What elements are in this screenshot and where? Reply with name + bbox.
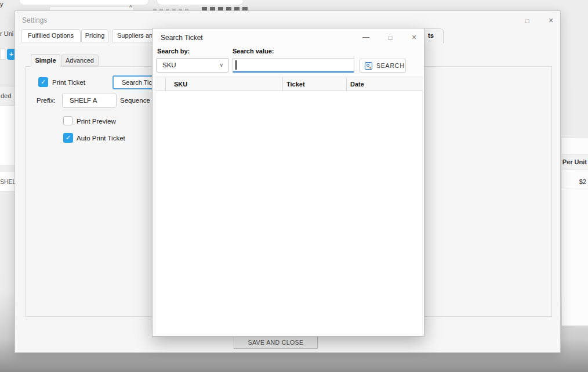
button-label: SAVE AND CLOSE bbox=[248, 339, 304, 346]
plus-icon: + bbox=[9, 50, 14, 59]
auto-print-ticket-checkbox[interactable]: ✓ bbox=[63, 133, 73, 143]
button-label: SEARCH bbox=[376, 62, 405, 69]
print-preview-checkbox[interactable] bbox=[63, 116, 72, 125]
tab-label: Simple bbox=[35, 57, 56, 64]
maximize-button[interactable]: □ bbox=[384, 32, 396, 43]
background-text-fragment: y bbox=[0, 1, 3, 8]
background-input-fragment bbox=[157, 0, 244, 5]
search-ticket-dialog: Search Ticket — □ × Search by: Search va… bbox=[152, 28, 424, 337]
table-header-row: SKU Ticket Date bbox=[155, 77, 423, 91]
column-header-ticket[interactable]: Ticket bbox=[283, 77, 347, 91]
settings-window-title: Settings bbox=[22, 16, 47, 24]
sequence-label: Sequence L bbox=[120, 97, 155, 104]
tab-label: Pricing bbox=[85, 32, 105, 39]
background-table-rows: SHELI bbox=[0, 106, 14, 192]
dialog-title: Search Ticket bbox=[161, 34, 203, 42]
per-unit-header-label: Per Unit bbox=[562, 158, 587, 165]
background-text-fragment: r Uni bbox=[0, 30, 13, 37]
selected-option-label: SKU bbox=[162, 62, 176, 68]
background-table-right: Per Unit $2 bbox=[562, 138, 588, 326]
print-preview-label: Print Preview bbox=[77, 118, 116, 125]
print-ticket-label: Print Ticket bbox=[52, 79, 85, 86]
column-header-selector[interactable] bbox=[155, 77, 166, 91]
close-button[interactable]: × bbox=[545, 16, 557, 26]
check-icon: ✓ bbox=[41, 78, 46, 85]
save-and-close-button[interactable]: SAVE AND CLOSE bbox=[234, 336, 318, 349]
table-body-empty bbox=[155, 91, 423, 333]
tab-label: Advanced bbox=[66, 57, 94, 64]
chevron-down-icon: ∨ bbox=[219, 59, 223, 72]
search-icon bbox=[365, 62, 372, 70]
prefix-input[interactable] bbox=[62, 93, 117, 108]
close-button[interactable]: × bbox=[408, 32, 420, 43]
tab-simple[interactable]: Simple bbox=[31, 54, 60, 67]
tab-suppliers[interactable]: Suppliers an bbox=[112, 29, 157, 42]
results-table: SKU Ticket Date bbox=[155, 77, 423, 334]
check-icon: ✓ bbox=[66, 134, 71, 141]
print-ticket-checkbox[interactable]: ✓ bbox=[38, 77, 48, 87]
background-row-band bbox=[0, 165, 14, 172]
prefix-label: Prefix: bbox=[37, 97, 56, 104]
search-by-label: Search by: bbox=[157, 48, 190, 55]
search-by-select[interactable]: SKU ∨ bbox=[156, 58, 229, 73]
search-button[interactable]: SEARCH bbox=[360, 59, 406, 73]
column-header-sku[interactable]: SKU bbox=[166, 77, 283, 91]
background-column-header: Per Unit bbox=[562, 154, 588, 169]
tab-label: ts bbox=[428, 32, 434, 39]
column-header-date[interactable]: Date bbox=[347, 77, 423, 91]
text-cursor bbox=[235, 60, 237, 70]
minimize-button[interactable]: — bbox=[360, 32, 372, 43]
background-column-header: ded bbox=[1, 92, 11, 99]
background-price-cell: $2 bbox=[562, 174, 588, 189]
button-label: Search Tick bbox=[122, 79, 155, 86]
price-fragment-label: $2 bbox=[579, 178, 586, 185]
background-table-header: ded bbox=[0, 86, 14, 106]
search-value-label: Search value: bbox=[233, 48, 274, 55]
maximize-button[interactable]: □ bbox=[521, 16, 533, 26]
tab-label: Fulfilled Options bbox=[28, 32, 74, 39]
background-input-fragment bbox=[0, 49, 5, 60]
tab-fulfilled-options[interactable]: Fulfilled Options bbox=[21, 29, 81, 42]
tab-pricing[interactable]: Pricing bbox=[81, 29, 108, 42]
search-value-input[interactable] bbox=[233, 58, 354, 73]
tab-label: Suppliers an bbox=[117, 32, 153, 39]
auto-print-ticket-label: Auto Print Ticket bbox=[77, 135, 125, 142]
tab-advanced[interactable]: Advanced bbox=[61, 55, 99, 66]
